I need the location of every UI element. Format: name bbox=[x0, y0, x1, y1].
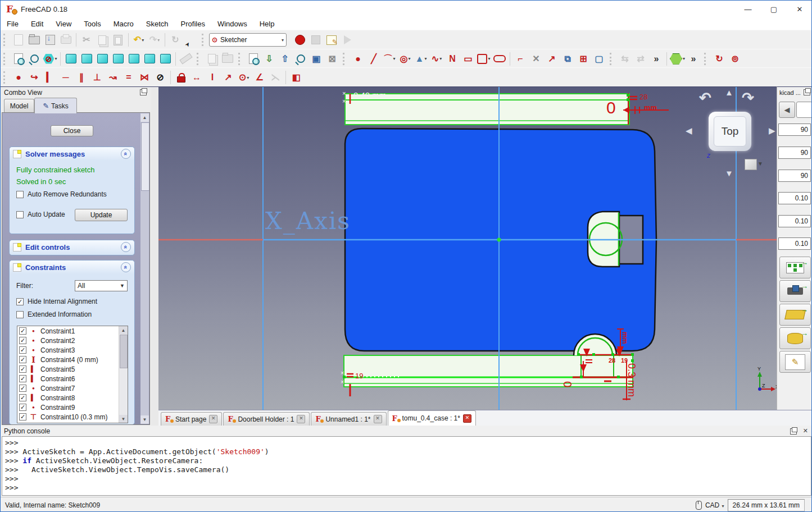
macro-play-icon[interactable] bbox=[339, 32, 355, 48]
close-button[interactable]: ✕ bbox=[787, 1, 812, 17]
constrain-hdistance-icon[interactable]: ↔ bbox=[189, 70, 205, 85]
constrain-symmetric-icon[interactable]: ⋈ bbox=[137, 70, 152, 85]
scroll-down-icon[interactable]: ▼ bbox=[140, 415, 149, 424]
constrain-tangent-icon[interactable]: ↝ bbox=[105, 70, 121, 85]
toolbar-grip[interactable] bbox=[238, 53, 243, 65]
update-button[interactable]: Update bbox=[75, 209, 128, 221]
constraint-list-item[interactable]: Constraint6 bbox=[17, 374, 119, 383]
toolbar-grip[interactable] bbox=[704, 53, 709, 65]
constrain-perpendicular-icon[interactable]: ⊥ bbox=[89, 70, 105, 85]
close-tab-icon[interactable]: ✕ bbox=[463, 414, 471, 423]
constraint-visibility-checkbox[interactable] bbox=[19, 356, 26, 363]
front-view-icon[interactable] bbox=[79, 51, 94, 67]
collapse-icon[interactable]: « bbox=[121, 242, 131, 252]
kicad-blank-button[interactable] bbox=[796, 102, 812, 118]
undo-icon[interactable]: ↶▾ bbox=[131, 32, 147, 48]
rotate-ccw-icon[interactable]: ↶ bbox=[699, 90, 711, 105]
doc-tab[interactable]: Ftomu_0.4_case : 1*✕ bbox=[388, 410, 476, 426]
dim-zero[interactable]: 0 bbox=[606, 99, 616, 116]
constraint-visibility-checkbox[interactable] bbox=[19, 365, 26, 373]
rotate-cw-icon[interactable]: ↷ bbox=[742, 90, 754, 105]
print-icon[interactable] bbox=[58, 32, 74, 48]
close-tab-icon[interactable]: ✕ bbox=[374, 415, 382, 423]
constrain-parallel-icon[interactable]: ∥ bbox=[74, 70, 89, 85]
face-color-icon[interactable]: ▾ bbox=[669, 51, 686, 67]
kicad-edit-button[interactable]: ✎ bbox=[779, 351, 811, 373]
create-slot-icon[interactable] bbox=[492, 51, 507, 67]
mini-cube-icon[interactable] bbox=[745, 159, 757, 170]
copy-icon[interactable] bbox=[94, 32, 110, 48]
create-sketch-icon[interactable] bbox=[246, 51, 261, 67]
whats-this-icon[interactable] bbox=[183, 32, 199, 48]
dim-mm-left[interactable]: mm bbox=[369, 371, 379, 377]
nav-cube[interactable]: Top bbox=[709, 112, 751, 151]
toolbar-grip[interactable] bbox=[610, 53, 615, 65]
close-panel-icon[interactable]: ✕ bbox=[803, 427, 808, 435]
chevron-down-icon[interactable]: ▾ bbox=[393, 56, 395, 61]
redo-icon[interactable]: ↷▾ bbox=[147, 32, 162, 48]
nav-down-icon[interactable]: ▼ bbox=[725, 169, 733, 177]
toolbar-grip[interactable] bbox=[202, 34, 207, 46]
create-point-icon[interactable]: ● bbox=[350, 51, 366, 67]
dim-arch-28[interactable]: 28 bbox=[609, 358, 615, 364]
view-section-icon[interactable] bbox=[293, 51, 309, 67]
workbench-extra-icon[interactable]: ↻ bbox=[711, 51, 727, 67]
constraint-list-item[interactable]: Constraint3 bbox=[17, 345, 119, 355]
sketch-top-strip[interactable] bbox=[345, 94, 629, 125]
select-elements-icon[interactable]: ⇄ bbox=[633, 51, 648, 67]
kicad-value-field[interactable]: 0.10 bbox=[778, 237, 811, 250]
menu-macro[interactable]: Macro bbox=[107, 19, 140, 29]
constraint-list-item[interactable]: Constraint1 bbox=[17, 326, 119, 336]
overflow-chevron[interactable]: » bbox=[686, 51, 701, 67]
reorient-sketch-icon[interactable]: ⊠ bbox=[324, 51, 340, 67]
dim-top-left[interactable]: 0.40 mm bbox=[353, 91, 386, 99]
constraint-visibility-checkbox[interactable] bbox=[19, 394, 26, 401]
kicad-load-board-button[interactable]: → bbox=[779, 304, 811, 326]
leave-sketch-icon[interactable]: ⇩ bbox=[261, 51, 277, 67]
constrain-point-on-object-icon[interactable]: ↪ bbox=[26, 70, 42, 85]
constrain-distance-icon[interactable]: ↗ bbox=[220, 70, 236, 85]
macro-stop-icon[interactable] bbox=[308, 32, 324, 48]
constraint-list-item[interactable]: Constraint5 bbox=[17, 364, 119, 374]
constraint-list-item[interactable]: Constraint4 (0 mm) bbox=[17, 355, 119, 364]
draw-style-icon[interactable]: ⊘▾ bbox=[42, 51, 58, 67]
menu-file[interactable]: File bbox=[1, 19, 25, 29]
open-file-icon[interactable] bbox=[26, 32, 42, 48]
nav-right-icon[interactable]: ▶ bbox=[769, 126, 775, 135]
trim-icon[interactable]: ✕ bbox=[528, 51, 544, 67]
workbench-selector[interactable]: ⊙ Sketcher ▾ bbox=[209, 33, 287, 47]
create-polyline-icon[interactable]: N bbox=[444, 51, 460, 67]
close-task-button[interactable]: Close bbox=[51, 125, 93, 136]
create-bspline-icon[interactable]: ∿▾ bbox=[429, 51, 444, 67]
zoom-icon[interactable] bbox=[26, 51, 42, 67]
chevron-down-icon[interactable]: ▾ bbox=[408, 56, 410, 61]
float-panel-icon[interactable] bbox=[790, 428, 797, 435]
kicad-export-footprint-button[interactable]: → bbox=[779, 257, 811, 278]
macro-edit-icon[interactable] bbox=[324, 32, 339, 48]
constrain-angle-icon[interactable]: ∠ bbox=[252, 70, 267, 85]
menu-windows[interactable]: Windows bbox=[211, 19, 253, 29]
menu-profiles[interactable]: Profiles bbox=[175, 19, 211, 29]
construction-mode-icon[interactable]: ▢ bbox=[591, 51, 607, 67]
kicad-back-button[interactable]: ◀ bbox=[779, 102, 795, 118]
chevron-down-icon[interactable]: ▾ bbox=[157, 38, 160, 43]
chevron-down-icon[interactable]: ▾ bbox=[439, 56, 442, 61]
chevron-down-icon[interactable]: ▾ bbox=[55, 56, 57, 61]
dim-arch-zero[interactable]: 0 bbox=[562, 381, 573, 387]
right-view-icon[interactable] bbox=[110, 51, 126, 67]
extend-icon[interactable]: ↗ bbox=[544, 51, 560, 67]
tasks-scrollbar[interactable]: ▲ ▼ bbox=[140, 113, 149, 424]
kicad-import-component-button[interactable]: → bbox=[779, 280, 811, 302]
constraint-visibility-checkbox[interactable] bbox=[19, 413, 26, 420]
measure-icon[interactable] bbox=[178, 51, 194, 67]
chevron-down-icon[interactable]: ▾ bbox=[247, 75, 249, 80]
bottom-view-icon[interactable] bbox=[142, 51, 157, 67]
rear-view-icon[interactable] bbox=[126, 51, 142, 67]
carbon-copy-icon[interactable]: ⊞ bbox=[575, 51, 591, 67]
constraint-visibility-checkbox[interactable] bbox=[19, 404, 26, 411]
nav-style-selector[interactable]: CAD ▾ bbox=[705, 501, 724, 509]
menu-edit[interactable]: Edit bbox=[25, 19, 49, 29]
create-line-icon[interactable]: ╱ bbox=[366, 51, 382, 67]
part-boxes-icon[interactable] bbox=[204, 51, 220, 67]
create-circle-icon[interactable]: ◎▾ bbox=[397, 51, 413, 67]
